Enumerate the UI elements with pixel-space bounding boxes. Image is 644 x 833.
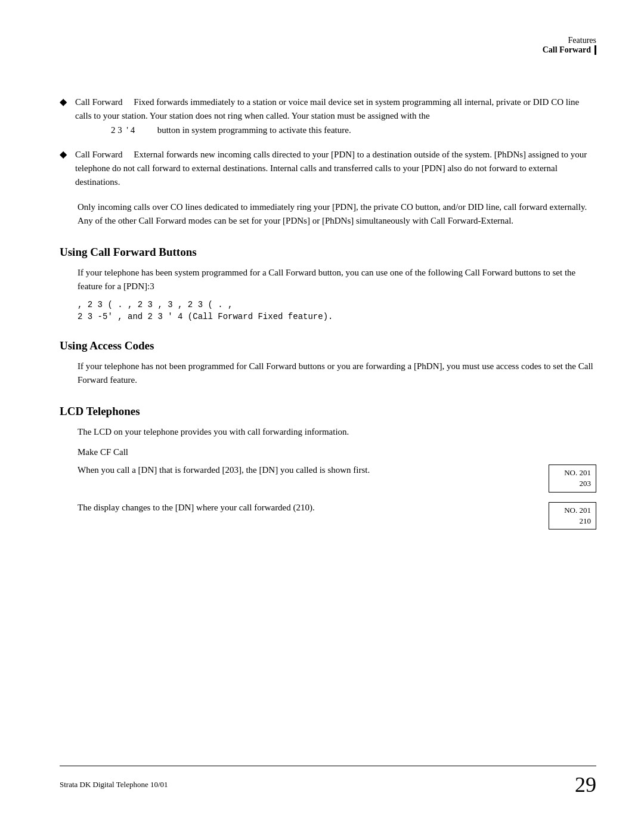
bullet1-indent: 2 3 ' 4 button in system programming to … <box>111 123 596 137</box>
bullet-text-2: Call Forward External forwards new incom… <box>75 148 596 190</box>
lcd-item-2: NO. 201 210 The display changes to the [… <box>78 501 596 529</box>
code-line-1: , 2 3 ( . , 2 3 , 3 , 2 3 ( . , <box>78 300 596 309</box>
footer-page-number: 29 <box>575 772 596 797</box>
section-lcd: LCD Telephones The LCD on your telephone… <box>60 405 596 529</box>
section-body-access: If your telephone has not been programme… <box>78 360 596 388</box>
section-heading-lcd: LCD Telephones <box>60 405 596 418</box>
section-access-codes: Using Access Codes If your telephone has… <box>60 339 596 388</box>
bullet-section: ◆ Call Forward Fixed forwards immediatel… <box>60 95 596 228</box>
bullet-symbol-2: ◆ <box>60 148 67 160</box>
header-area: Features Call Forward <box>543 36 596 55</box>
lcd-display-1-line2: 203 <box>554 478 591 489</box>
lcd-item-2-text: The display changes to the [DN] where yo… <box>78 501 596 515</box>
header-callforward-label: Call Forward <box>543 45 596 55</box>
lcd-display-2: NO. 201 210 <box>549 502 596 529</box>
section-body-cfb: If your telephone has been system progra… <box>78 266 596 294</box>
section-call-forward-buttons: Using Call Forward Buttons If your telep… <box>60 246 596 321</box>
footer-area: Strata DK Digital Telephone 10/01 29 <box>60 766 596 797</box>
extra-paragraph: Only incoming calls over CO lines dedica… <box>78 200 596 228</box>
lcd-display-2-line2: 210 <box>554 516 591 527</box>
content-area: ◆ Call Forward Fixed forwards immediatel… <box>60 95 596 529</box>
section-body-lcd: The LCD on your telephone provides you w… <box>78 425 596 439</box>
bullet-item-1: ◆ Call Forward Fixed forwards immediatel… <box>60 95 596 137</box>
bullet-item-2: ◆ Call Forward External forwards new inc… <box>60 148 596 190</box>
lcd-item-1-text: When you call a [DN] that is forwarded [… <box>78 463 596 477</box>
footer-left-text: Strata DK Digital Telephone 10/01 <box>60 780 168 789</box>
section-heading-access: Using Access Codes <box>60 339 596 352</box>
bullet-text-1: Call Forward Fixed forwards immediately … <box>75 95 596 137</box>
page-container: Features Call Forward ◆ Call Forward Fix… <box>0 0 644 833</box>
lcd-display-1: NO. 201 203 <box>549 465 596 492</box>
lcd-display-1-line1: NO. 201 <box>554 467 591 478</box>
header-features-label: Features <box>543 36 596 45</box>
make-cf-call-label: Make CF Call <box>78 447 596 457</box>
lcd-item-1: NO. 201 203 When you call a [DN] that is… <box>78 463 596 492</box>
footer-divider <box>60 766 596 766</box>
section-heading-cfb: Using Call Forward Buttons <box>60 246 596 259</box>
footer-content: Strata DK Digital Telephone 10/01 29 <box>60 772 596 797</box>
lcd-display-2-line1: NO. 201 <box>554 505 591 516</box>
bullet-symbol-1: ◆ <box>60 96 67 107</box>
code-line-2: 2 3 -5' , and 2 3 ' 4 (Call Forward Fixe… <box>78 312 596 321</box>
